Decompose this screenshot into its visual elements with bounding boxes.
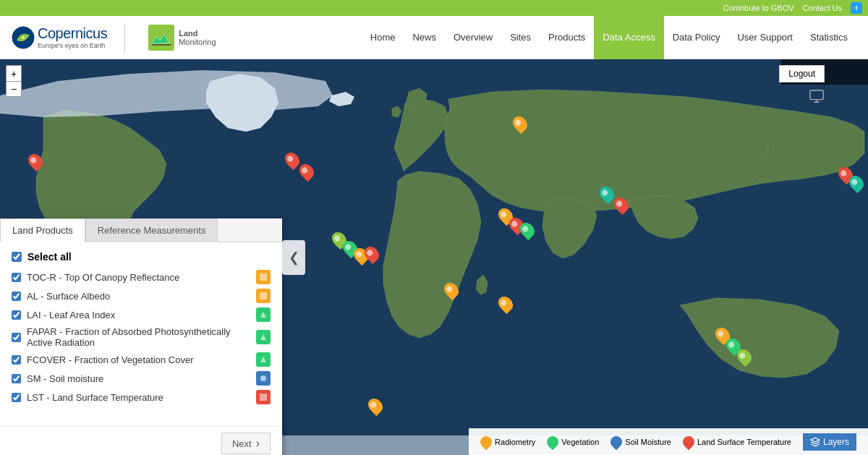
logout-button[interactable]: Logout [779, 65, 825, 82]
next-button[interactable]: Next › [221, 433, 271, 454]
svg-rect-4 [810, 90, 823, 100]
legend-item-land-surface-temp: Land Surface Temperature [683, 436, 791, 448]
nav-item-data-access[interactable]: Data Access [594, 16, 663, 59]
product-icon-fcover [256, 352, 271, 367]
tab-land-products[interactable]: Land Products [0, 218, 85, 242]
svg-point-7 [260, 375, 266, 381]
tab-reference-measurements[interactable]: Reference Measurements [85, 218, 218, 242]
next-label: Next [232, 438, 252, 449]
svg-rect-6 [260, 292, 267, 299]
legend-label-land-surface-temp: Land Surface Temperature [697, 438, 791, 446]
svg-rect-2 [148, 25, 174, 51]
layers-label: Layers [823, 437, 849, 447]
nav-item-home[interactable]: Home [362, 16, 404, 59]
panel: Land Products Reference Measurements Sel… [0, 218, 282, 455]
zoom-in-button[interactable]: + [6, 65, 22, 81]
svg-rect-8 [260, 394, 267, 401]
top-bar: Contribute to GBOV Contact Us t [0, 0, 868, 16]
product-checkbox-lai[interactable] [12, 310, 21, 320]
nav-item-news[interactable]: News [404, 16, 445, 59]
product-label-sm: SM - Soil moisture [27, 373, 256, 384]
twitter-icon[interactable]: t [851, 2, 862, 14]
product-checkbox-fcover[interactable] [12, 355, 21, 365]
product-label-fapar: FAPAR - Fraction of Absorbed Photosynthe… [27, 326, 256, 348]
zoom-controls: + − [6, 65, 22, 97]
product-checkbox-fapar[interactable] [12, 333, 21, 342]
select-all-label: Select all [27, 251, 72, 263]
product-label-al: AL - Surface Albedo [27, 291, 256, 302]
legend-dot-soil-moisture [608, 434, 625, 451]
svg-rect-5 [260, 273, 267, 281]
product-checkbox-toc-r[interactable] [12, 273, 21, 282]
product-label-toc-r: TOC-R - Top Of Canopy Reflectance [27, 272, 256, 283]
product-row-fcover: FCOVER - Fraction of Vegetation Cover [12, 352, 271, 367]
logo-area: Copernicus Europe's eyes on Earth Land M… [12, 23, 216, 52]
panel-footer: Next › [0, 426, 282, 455]
legend-item-soil-moisture: Soil Moisture [610, 436, 671, 448]
collapse-panel-button[interactable]: ❮ [282, 240, 305, 275]
legend-label-vegetation: Vegetation [561, 438, 599, 446]
product-row-sm: SM - Soil moisture [12, 371, 271, 386]
product-icon-sm [256, 371, 271, 386]
contact-us-link[interactable]: Contact Us [803, 4, 842, 12]
product-row-lai: LAI - Leaf Area Index [12, 307, 271, 322]
products-list: TOC-R - Top Of Canopy ReflectanceAL - Su… [12, 270, 271, 404]
legend-dot-radiometry [478, 434, 495, 451]
legend-label-soil-moisture: Soil Moisture [625, 438, 671, 446]
copernicus-logo: Copernicus Europe's eyes on Earth [12, 25, 107, 49]
nav: HomeNewsOverviewSitesProductsData Access… [362, 16, 856, 59]
land-monitoring-icon [148, 25, 174, 51]
nav-item-user-support[interactable]: User Support [728, 16, 801, 59]
legend-label-radiometry: Radiometry [495, 438, 535, 446]
product-label-fcover: FCOVER - Fraction of Vegetation Cover [27, 354, 256, 365]
nav-item-overview[interactable]: Overview [445, 16, 501, 59]
product-label-lst: LST - Land Surface Temperature [27, 392, 256, 403]
nav-item-sites[interactable]: Sites [501, 16, 540, 59]
product-icon-toc-r [256, 270, 271, 284]
product-row-toc-r: TOC-R - Top Of Canopy Reflectance [12, 270, 271, 284]
legend-item-vegetation: Vegetation [547, 436, 599, 448]
land-monitoring-title: Land [179, 29, 216, 38]
land-monitoring-subtitle: Monitoring [179, 38, 216, 46]
product-checkbox-sm[interactable] [12, 374, 21, 383]
legend-item-radiometry: Radiometry [480, 436, 535, 448]
nav-item-statistics[interactable]: Statistics [801, 16, 856, 59]
product-label-lai: LAI - Leaf Area Index [27, 310, 256, 320]
legend-dot-vegetation [545, 434, 561, 451]
legend-dot-land-surface-temp [681, 434, 697, 451]
copernicus-title: Copernicus [38, 25, 107, 42]
map-container: Logout + − [0, 59, 868, 455]
contribute-gbov-link[interactable]: Contribute to GBOV [723, 4, 794, 12]
product-row-fapar: FAPAR - Fraction of Absorbed Photosynthe… [12, 326, 271, 348]
layers-button[interactable]: Layers [803, 433, 856, 451]
land-monitoring-logo: Land Monitoring [148, 25, 216, 51]
product-icon-lst [256, 390, 271, 404]
legend: RadiometryVegetationSoil MoistureLand Su… [469, 428, 868, 455]
select-all-checkbox[interactable] [12, 252, 22, 262]
monitor-icon [809, 88, 825, 108]
select-all-row: Select all [12, 251, 271, 263]
panel-content: Select all TOC-R - Top Of Canopy Reflect… [0, 242, 282, 420]
nav-item-data-policy[interactable]: Data Policy [664, 16, 729, 59]
product-row-lst: LST - Land Surface Temperature [12, 390, 271, 404]
collapse-arrow-icon: ❮ [289, 250, 299, 265]
nav-item-products[interactable]: Products [540, 16, 594, 59]
product-icon-al [256, 289, 271, 303]
product-icon-fapar [256, 330, 271, 344]
zoom-out-button[interactable]: − [6, 81, 22, 97]
product-checkbox-al[interactable] [12, 292, 21, 301]
product-checkbox-lst[interactable] [12, 393, 21, 402]
next-arrow: › [256, 437, 260, 450]
svg-point-1 [22, 36, 25, 39]
panel-tabs: Land Products Reference Measurements [0, 218, 282, 242]
product-icon-lai [256, 307, 271, 322]
copernicus-subtitle: Europe's eyes on Earth [38, 42, 107, 49]
copernicus-icon [12, 26, 35, 49]
product-row-al: AL - Surface Albedo [12, 289, 271, 303]
header: Copernicus Europe's eyes on Earth Land M… [0, 16, 868, 59]
